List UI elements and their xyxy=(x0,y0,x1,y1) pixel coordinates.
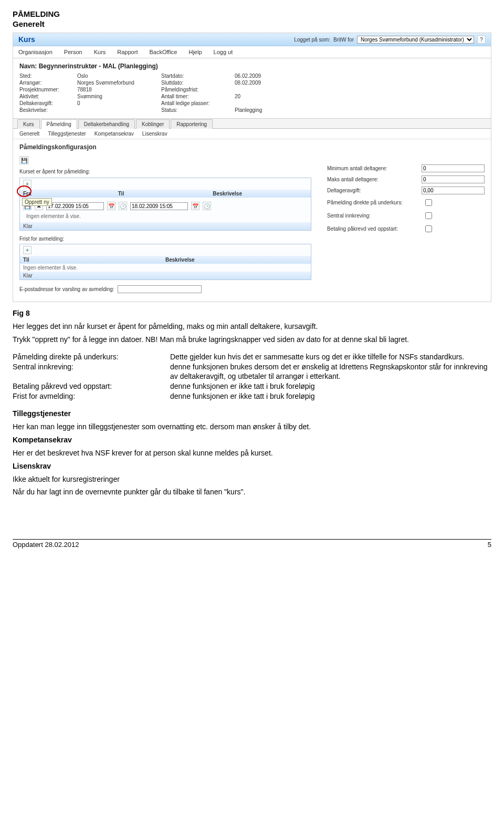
clock-icon[interactable]: 🕒 xyxy=(203,202,211,210)
detail-value: 20 xyxy=(235,94,319,99)
tab-kurs[interactable]: Kurs xyxy=(17,119,40,129)
config-title: Påmeldingskonfigurasjon xyxy=(19,143,485,151)
clock-icon[interactable]: 🕒 xyxy=(119,202,127,210)
doc-body: Fig 8 Her legges det inn når kurset er å… xyxy=(13,308,491,497)
intro-p1: Her legges det inn når kurset er åpent f… xyxy=(13,322,491,332)
right-settings: Minimum antall deltagere: Maks antall de… xyxy=(327,164,485,293)
max-deltagere-label: Maks antall deltagere: xyxy=(327,177,422,182)
sentral-label: Sentral innkreving: xyxy=(327,213,423,219)
open-label: Kurset er åpent for påmelding: xyxy=(19,169,311,174)
lisens-head: Lisenskrav xyxy=(13,461,491,471)
course-name-value: Begynnerinstruktør - MAL (Planlegging) xyxy=(39,63,158,70)
tab-koblinger[interactable]: Koblinger xyxy=(136,119,170,129)
org-select[interactable]: Norges Svømmeforbund (Kursadministrator) xyxy=(357,36,474,44)
logged-in-label: Logget på som: xyxy=(294,37,330,43)
detail-label: Deltakeravgift: xyxy=(19,100,77,106)
panel1-header: Fra Til Beskrivelse xyxy=(20,190,311,198)
help-icon[interactable]: ? xyxy=(477,35,486,44)
date-panel-2: ＋ Til Beskrivelse Ingen elementer å vise… xyxy=(19,244,311,280)
add-row-icon[interactable]: ＋ xyxy=(23,180,32,188)
menu-rapport[interactable]: Rapport xyxy=(117,49,138,55)
def-term: Frist for avmelding: xyxy=(13,391,170,401)
min-deltagere-input[interactable] xyxy=(422,164,485,172)
max-deltagere-input[interactable] xyxy=(422,175,485,183)
direkte-checkbox[interactable] xyxy=(425,199,432,206)
subtab-tillegg[interactable]: Tilleggstjenester xyxy=(48,131,86,137)
detail-value: Svømming xyxy=(77,94,161,99)
menu-organisasjon[interactable]: Organisasjon xyxy=(18,49,52,55)
lisens-body: Ikke aktuelt for kursregistreringer xyxy=(13,474,491,484)
detail-value xyxy=(235,100,319,106)
deltageravgift-input[interactable] xyxy=(422,187,485,194)
subtab-lisens[interactable]: Lisenskrav xyxy=(142,131,167,137)
komp-body: Her er det beskrevet hva NSF krever for … xyxy=(13,448,491,458)
detail-label: Startdato: xyxy=(161,73,235,79)
tillegg-body: Her kan man legge inn tilleggstjenester … xyxy=(13,422,491,432)
detail-label: Sted: xyxy=(19,73,77,79)
fra-input[interactable] xyxy=(46,202,104,210)
col-til: Til xyxy=(118,191,213,197)
app-screenshot: Kurs Logget på som: BritW for Norges Svø… xyxy=(13,33,491,302)
calendar-icon[interactable]: 📅 xyxy=(191,202,200,210)
min-deltagere-label: Minimum antall deltagere: xyxy=(327,166,422,171)
col-beskrivelse: Beskrivelse xyxy=(165,257,308,263)
menu-loggut[interactable]: Logg ut xyxy=(214,49,233,55)
app-header: Kurs Logget på som: BritW for Norges Svø… xyxy=(13,33,491,46)
tab-deltakerbehandling[interactable]: Deltakerbehandling xyxy=(78,119,135,129)
subtab-generelt[interactable]: Generelt xyxy=(19,131,39,137)
course-details: Navn: Begynnerinstruktør - MAL (Planlegg… xyxy=(13,58,491,119)
detail-label: Arrangør: xyxy=(19,80,77,86)
betaling-checkbox[interactable] xyxy=(425,225,432,232)
course-name-label: Navn: xyxy=(19,63,37,70)
tab-rapportering[interactable]: Rapportering xyxy=(171,119,213,129)
detail-value: Planlegging xyxy=(235,107,319,113)
tooltip-opprett-ny: Opprett ny xyxy=(22,198,52,206)
sub-tabs: Generelt Tilleggstjenester Kompetansekra… xyxy=(13,129,491,139)
menu-person[interactable]: Person xyxy=(64,49,82,55)
panel2-footer: Klar xyxy=(20,272,311,280)
add-row-icon[interactable]: ＋ xyxy=(23,246,32,254)
def-term: Betaling påkrevd ved oppstart: xyxy=(13,381,170,391)
panel1-footer: Klar xyxy=(20,222,311,230)
doc-subheading: Generelt xyxy=(13,19,491,28)
panel2-header: Til Beskrivelse xyxy=(20,256,311,264)
def-desc: Dette gjelder kun hvis det er sammesatte… xyxy=(170,352,491,362)
app-title: Kurs xyxy=(18,35,35,44)
doc-heading: PÅMELDING xyxy=(13,9,491,18)
detail-label: Sluttdato: xyxy=(161,80,235,86)
menu-hjelp[interactable]: Hjelp xyxy=(188,49,202,55)
betaling-label: Betaling påkrevd ved oppstart: xyxy=(327,226,423,232)
main-menu: Organisasjon Person Kurs Rapport BackOff… xyxy=(13,46,491,58)
epost-input[interactable] xyxy=(118,285,202,293)
subtab-kompetanse[interactable]: Kompetansekrav xyxy=(94,131,134,137)
menu-backoffice[interactable]: BackOffice xyxy=(149,49,177,55)
page-footer: Oppdatert 28.02.2012 5 xyxy=(13,539,491,549)
col-fra: Fra xyxy=(23,191,118,197)
detail-value: 0 xyxy=(77,100,161,106)
deltageravgift-label: Deltageravgift: xyxy=(327,188,422,193)
footer-left: Oppdatert 28.02.2012 xyxy=(13,541,79,549)
tab-pamelding[interactable]: Påmelding xyxy=(41,119,77,129)
detail-value xyxy=(235,87,319,92)
date-panel-1: ＋ Opprett ny Fra Til Beskrivelse 💾 ✖ 📅 xyxy=(19,178,311,231)
panel1-empty: Ingen elementer å vise. xyxy=(23,212,308,220)
komp-head: Kompetansekrav xyxy=(13,435,491,445)
detail-value: 08.02.2009 xyxy=(235,80,319,86)
detail-value: Oslo xyxy=(77,73,161,79)
sentral-checkbox[interactable] xyxy=(425,212,432,219)
calendar-icon[interactable]: 📅 xyxy=(107,202,116,210)
details-grid: Sted: Oslo Startdato: 06.02.2009 Arrangø… xyxy=(19,73,485,113)
course-name: Navn: Begynnerinstruktør - MAL (Planlegg… xyxy=(19,63,485,70)
def-term: Sentral innkreving: xyxy=(13,362,170,382)
def-desc: denne funksjonen er ikke tatt i bruk for… xyxy=(170,391,491,401)
tillegg-head: Tilleggstjenester xyxy=(13,409,491,419)
save-all-icon[interactable]: 💾 xyxy=(19,156,29,164)
detail-label: Påmeldingsfrist: xyxy=(161,87,235,92)
col-til: Til xyxy=(23,257,165,263)
logged-in-user: BritW for xyxy=(333,37,354,43)
menu-kurs[interactable]: Kurs xyxy=(94,49,106,55)
detail-value: 78818 xyxy=(77,87,161,92)
til-input[interactable] xyxy=(130,202,188,210)
intro-p2: Trykk "opprett ny" for å legge inn datoe… xyxy=(13,335,491,345)
detail-label: Aktivitet: xyxy=(19,94,77,99)
